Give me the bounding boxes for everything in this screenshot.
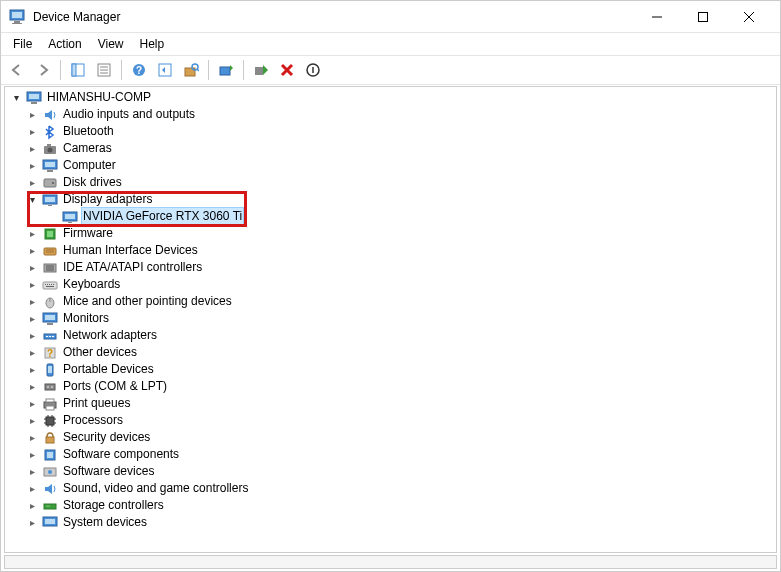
- expand-icon[interactable]: ▸: [25, 516, 39, 530]
- scan-hardware-button[interactable]: [179, 58, 203, 82]
- tree-item-computer[interactable]: ▸ Computer: [5, 157, 776, 174]
- tree-item-other[interactable]: ▸ ? Other devices: [5, 344, 776, 361]
- tree-item-keyboards[interactable]: ▸ Keyboards: [5, 276, 776, 293]
- action-button[interactable]: [153, 58, 177, 82]
- expand-icon[interactable]: ▸: [25, 295, 39, 309]
- node-label: Cameras: [61, 140, 114, 157]
- tree-item-display-child[interactable]: NVIDIA GeForce RTX 3060 Ti: [5, 208, 776, 225]
- tree-item-swcomp[interactable]: ▸ Software components: [5, 446, 776, 463]
- svg-point-33: [52, 182, 54, 184]
- expand-icon[interactable]: ▸: [25, 465, 39, 479]
- expand-icon[interactable]: ▸: [25, 346, 39, 360]
- expand-icon[interactable]: ▸: [25, 499, 39, 513]
- root-label: HIMANSHU-COMP: [45, 89, 153, 106]
- portable-icon: [42, 362, 58, 378]
- expand-icon[interactable]: ▸: [25, 448, 39, 462]
- tree-item-printq[interactable]: ▸ Print queues: [5, 395, 776, 412]
- expand-icon[interactable]: ▸: [25, 261, 39, 275]
- svg-rect-21: [255, 67, 263, 75]
- software-device-icon: [42, 464, 58, 480]
- expand-icon[interactable]: ▸: [25, 431, 39, 445]
- node-label: Portable Devices: [61, 361, 156, 378]
- expand-icon[interactable]: ▸: [25, 227, 39, 241]
- svg-rect-55: [46, 286, 54, 287]
- expand-icon[interactable]: ▸: [25, 414, 39, 428]
- tree-item-monitors[interactable]: ▸ Monitors: [5, 310, 776, 327]
- tree-item-mice[interactable]: ▸ Mice and other pointing devices: [5, 293, 776, 310]
- svg-rect-54: [53, 284, 54, 285]
- uninstall-device-button[interactable]: [275, 58, 299, 82]
- maximize-button[interactable]: [680, 1, 726, 33]
- tree-item-portable[interactable]: ▸ Portable Devices: [5, 361, 776, 378]
- expand-icon[interactable]: ▸: [25, 380, 39, 394]
- tree-item-disk[interactable]: ▸ Disk drives: [5, 174, 776, 191]
- expand-icon[interactable]: ▸: [25, 176, 39, 190]
- expand-icon[interactable]: ▸: [25, 482, 39, 496]
- tree-item-ide[interactable]: ▸ IDE ATA/ATAPI controllers: [5, 259, 776, 276]
- expand-icon[interactable]: ▸: [25, 159, 39, 173]
- expand-icon[interactable]: ▸: [25, 329, 39, 343]
- expand-icon[interactable]: ▸: [25, 397, 39, 411]
- forward-button[interactable]: [31, 58, 55, 82]
- enable-device-button[interactable]: [249, 58, 273, 82]
- statusbar: [4, 555, 777, 569]
- tree-item-display[interactable]: ▾ Display adapters: [5, 191, 776, 208]
- tree-item-bluetooth[interactable]: ▸ Bluetooth: [5, 123, 776, 140]
- svg-rect-73: [46, 399, 54, 402]
- svg-rect-1: [12, 12, 22, 18]
- expand-icon[interactable]: ▸: [25, 363, 39, 377]
- back-button[interactable]: [5, 58, 29, 82]
- minimize-button[interactable]: [634, 1, 680, 33]
- expand-icon[interactable]: ▸: [25, 278, 39, 292]
- tree-item-swdev[interactable]: ▸ Software devices: [5, 463, 776, 480]
- tree-item-firmware[interactable]: ▸ Firmware: [5, 225, 776, 242]
- tree-item-storage[interactable]: ▸ Storage controllers: [5, 497, 776, 514]
- svg-rect-24: [29, 94, 39, 99]
- menu-view[interactable]: View: [90, 35, 132, 53]
- tree-root[interactable]: ▾ HIMANSHU-COMP: [5, 89, 776, 106]
- svg-rect-93: [45, 519, 55, 524]
- svg-rect-86: [47, 452, 53, 458]
- tree-item-hid[interactable]: ▸ Human Interface Devices: [5, 242, 776, 259]
- svg-rect-25: [31, 102, 37, 104]
- node-label: Monitors: [61, 310, 111, 327]
- tree-item-network[interactable]: ▸ Network adapters: [5, 327, 776, 344]
- tree-item-cameras[interactable]: ▸ Cameras: [5, 140, 776, 157]
- tree-item-ports[interactable]: ▸ Ports (COM & LPT): [5, 378, 776, 395]
- expand-icon[interactable]: ▾: [25, 193, 39, 207]
- tree-item-audio[interactable]: ▸ Audio inputs and outputs: [5, 106, 776, 123]
- update-driver-button[interactable]: [214, 58, 238, 82]
- svg-rect-84: [46, 437, 54, 443]
- expand-icon[interactable]: ▸: [25, 108, 39, 122]
- node-label: Firmware: [61, 225, 115, 242]
- help-button[interactable]: ?: [127, 58, 151, 82]
- tree-item-sound[interactable]: ▸ Sound, video and game controllers: [5, 480, 776, 497]
- menu-file[interactable]: File: [5, 35, 40, 53]
- node-label: Disk drives: [61, 174, 124, 191]
- node-label: Computer: [61, 157, 118, 174]
- disable-device-button[interactable]: [301, 58, 325, 82]
- svg-rect-75: [46, 417, 54, 425]
- node-label: Processors: [61, 412, 125, 429]
- svg-rect-74: [46, 406, 54, 410]
- close-button[interactable]: [726, 1, 772, 33]
- expand-icon[interactable]: ▸: [25, 312, 39, 326]
- expand-spacer: [45, 210, 59, 224]
- expand-icon[interactable]: ▸: [25, 125, 39, 139]
- node-label: Mice and other pointing devices: [61, 293, 234, 310]
- menu-help[interactable]: Help: [132, 35, 173, 53]
- tree-item-processors[interactable]: ▸ Processors: [5, 412, 776, 429]
- ide-icon: [42, 260, 58, 276]
- show-hide-tree-button[interactable]: [66, 58, 90, 82]
- properties-button[interactable]: [92, 58, 116, 82]
- tree-item-system[interactable]: ▸ System devices: [5, 514, 776, 531]
- toolbar: ?: [1, 55, 780, 85]
- device-tree[interactable]: ▾ HIMANSHU-COMP ▸ Audio inputs and outpu…: [4, 86, 777, 553]
- svg-point-70: [47, 386, 49, 388]
- menu-action[interactable]: Action: [40, 35, 89, 53]
- expand-icon[interactable]: ▸: [25, 244, 39, 258]
- expand-icon[interactable]: ▾: [9, 91, 23, 105]
- svg-rect-69: [45, 384, 55, 390]
- tree-item-security[interactable]: ▸ Security devices: [5, 429, 776, 446]
- expand-icon[interactable]: ▸: [25, 142, 39, 156]
